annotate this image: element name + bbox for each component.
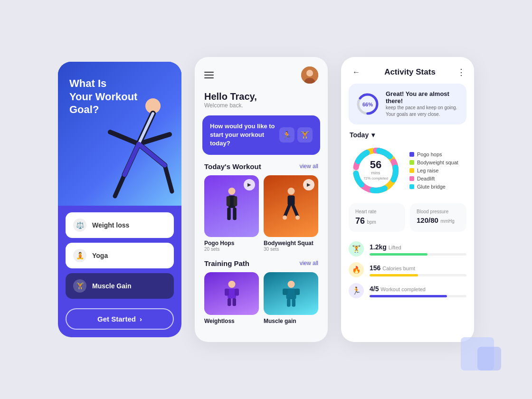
workout-progress-bar bbox=[370, 295, 466, 297]
workout-card-pogo[interactable]: ▶ Pogo Hops 20 sets bbox=[204, 175, 259, 252]
progress-desc: keep the pace and keep on going. Your go… bbox=[386, 104, 460, 118]
lifted-label: Lifted bbox=[389, 245, 401, 250]
svg-line-6 bbox=[115, 175, 124, 196]
svg-rect-34 bbox=[283, 288, 288, 295]
heart-rate-card: Heart rate 76 bpm bbox=[349, 203, 405, 232]
menu-icon[interactable] bbox=[204, 72, 214, 78]
legend-glute: Glute bridge bbox=[409, 184, 458, 190]
svg-line-10 bbox=[139, 144, 165, 165]
hero-section: What Is Your Workout Goal? bbox=[58, 62, 181, 206]
view-all-workout[interactable]: view all bbox=[300, 163, 318, 170]
pogo-legend-label: Pogo hops bbox=[417, 152, 442, 157]
donut-value: 56 bbox=[370, 159, 381, 171]
deadlift-legend-label: Deadlift bbox=[417, 176, 435, 181]
period-selector[interactable]: Today ▾ bbox=[341, 131, 474, 144]
svg-rect-37 bbox=[292, 299, 295, 307]
workout-chart: 56 mins 72% completed Pogo hops Bodyweig… bbox=[341, 144, 474, 203]
lifted-value-row: 1.2kg Lifted bbox=[370, 243, 466, 251]
greeting-section: Hello Tracy, Welcome back. bbox=[195, 88, 328, 115]
lifted-info: 1.2kg Lifted bbox=[370, 243, 466, 256]
workout-bar-fill bbox=[370, 295, 447, 297]
svg-rect-18 bbox=[227, 208, 231, 220]
workout-completed-value-row: 4/5 Workout completed bbox=[370, 285, 466, 293]
heart-rate-unit: bpm bbox=[367, 219, 376, 225]
legraise-dot bbox=[409, 168, 414, 173]
progress-percent-text: 66% bbox=[362, 102, 373, 107]
squat-dot bbox=[409, 160, 414, 165]
lifted-icon: 🏋️ bbox=[349, 241, 364, 256]
play-button-2[interactable]: ▶ bbox=[303, 179, 314, 190]
weight-loss-option[interactable]: ⚖️ Weight loss bbox=[66, 212, 174, 238]
svg-rect-31 bbox=[232, 298, 236, 306]
svg-point-20 bbox=[287, 188, 294, 195]
workout-prompt-text: How would you like to start your workout… bbox=[210, 122, 276, 148]
lifted-progress-bar bbox=[370, 253, 466, 256]
glute-dot bbox=[409, 184, 414, 189]
vitals-cards: Heart rate 76 bpm Blood pressure 120/80 … bbox=[341, 203, 474, 238]
training-card-muscle[interactable]: Muscle gain bbox=[264, 272, 318, 324]
workout-completed-label: Workout completed bbox=[380, 286, 426, 292]
heart-rate-value-row: 76 bpm bbox=[355, 216, 399, 226]
svg-point-24 bbox=[283, 216, 287, 220]
svg-rect-19 bbox=[233, 208, 237, 220]
legend-deadlift: Deadlift bbox=[409, 176, 458, 181]
play-button[interactable]: ▶ bbox=[244, 179, 255, 190]
svg-line-9 bbox=[124, 144, 139, 175]
pogo-sets: 20 sets bbox=[204, 247, 259, 252]
period-label: Today bbox=[350, 131, 369, 139]
calories-value: 156 Calories burnt bbox=[370, 264, 415, 272]
calories-label: Calories burnt bbox=[382, 266, 415, 271]
heart-rate-value: 76 bbox=[355, 216, 365, 226]
svg-rect-33 bbox=[286, 288, 296, 299]
blood-pressure-value-row: 120/80 mmHg bbox=[417, 216, 460, 225]
weight-loss-icon: ⚖️ bbox=[73, 218, 86, 232]
workout-completed-metric: 🏃 4/5 Workout completed bbox=[341, 280, 474, 301]
svg-point-14 bbox=[228, 188, 235, 195]
training-path-header: Training Path view all bbox=[195, 259, 328, 272]
more-options-button[interactable]: ⋮ bbox=[457, 67, 466, 77]
blood-pressure-label: Blood pressure bbox=[417, 209, 460, 214]
weightloss-card-image bbox=[204, 272, 259, 315]
back-button[interactable]: ← bbox=[350, 66, 363, 79]
legend-legraise: Leg raise bbox=[409, 168, 458, 173]
deadlift-dot bbox=[409, 176, 414, 181]
yoga-option[interactable]: 🧘 Yoga bbox=[66, 243, 174, 268]
workout-prompt-card[interactable]: How would you like to start your workout… bbox=[202, 115, 320, 155]
stats-title: Activity Stats bbox=[384, 67, 436, 77]
progress-banner: 66% Great! You are almost there! keep th… bbox=[349, 84, 466, 124]
workout-cards-list: ▶ Pogo Hops 20 sets ▶ bbox=[195, 175, 328, 259]
workout-card-squat[interactable]: ▶ Bodyweight Squat 30 sets bbox=[264, 175, 318, 252]
glute-legend-label: Glute bridge bbox=[417, 184, 446, 190]
yoga-figure-illustration bbox=[91, 92, 181, 206]
lifted-value: 1.2kg Lifted bbox=[370, 243, 401, 251]
muscle-gain-label: Muscle Gain bbox=[92, 282, 131, 290]
heart-rate-label: Heart rate bbox=[355, 209, 399, 214]
get-started-button[interactable]: Get Started › bbox=[66, 308, 174, 330]
svg-point-25 bbox=[295, 216, 300, 220]
svg-rect-21 bbox=[287, 196, 294, 206]
workout-prompt-icons: 🏃 🏋️ bbox=[279, 127, 313, 142]
donut-unit: mins bbox=[371, 171, 380, 175]
view-all-training[interactable]: view all bbox=[300, 260, 318, 266]
workout-completed-value: 4/5 Workout completed bbox=[370, 285, 426, 293]
deco-square-2 bbox=[477, 347, 501, 370]
weight-loss-label: Weight loss bbox=[92, 221, 129, 229]
training-cards-list: Weightloss Muscle gain bbox=[195, 272, 328, 324]
workout-completed-icon: 🏃 bbox=[349, 283, 364, 298]
pogo-dot bbox=[409, 152, 414, 157]
lifted-metric: 🏋️ 1.2kg Lifted bbox=[341, 238, 474, 259]
yoga-icon: 🧘 bbox=[73, 249, 86, 262]
squat-title: Bodyweight Squat bbox=[264, 240, 318, 247]
muscle-gain-option[interactable]: 🏋️ Muscle Gain bbox=[66, 273, 174, 299]
svg-point-12 bbox=[306, 70, 313, 76]
svg-line-7 bbox=[165, 165, 172, 191]
activity-legend: Pogo hops Bodyweight squat Leg raise Dea… bbox=[409, 152, 458, 190]
training-card-weightloss[interactable]: Weightloss bbox=[204, 272, 259, 324]
user-avatar[interactable] bbox=[301, 66, 318, 84]
muscle-card-image bbox=[264, 272, 318, 315]
muscle-gain-title: Muscle gain bbox=[264, 318, 318, 324]
calories-bar-fill bbox=[370, 274, 418, 276]
run-icon: 🏃 bbox=[279, 127, 294, 142]
svg-point-26 bbox=[228, 281, 235, 288]
get-started-label: Get Started bbox=[97, 315, 136, 323]
